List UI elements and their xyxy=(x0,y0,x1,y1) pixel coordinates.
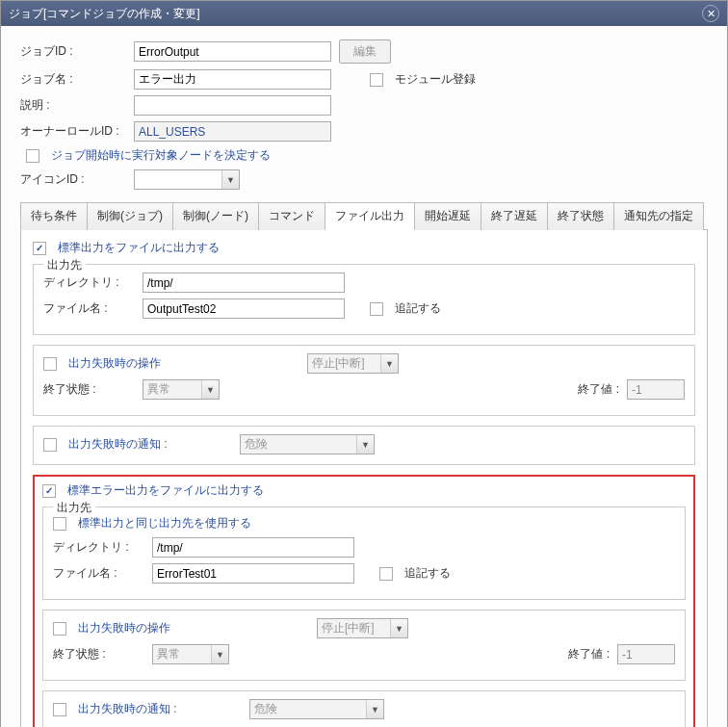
stderr-stop-select: 停止[中断] ▼ xyxy=(317,618,408,638)
tab-notify[interactable]: 通知先の指定 xyxy=(613,202,704,230)
tab-end-delay[interactable]: 終了遅延 xyxy=(481,202,548,230)
owner-input xyxy=(134,121,331,142)
stdout-onfail-checkbox[interactable] xyxy=(43,357,57,371)
stdout-severity-select: 危険 ▼ xyxy=(240,434,375,454)
module-reg-checkbox[interactable] xyxy=(370,73,383,87)
stdout-dir-label: ディレクトリ : xyxy=(43,274,135,291)
dialog: ジョブ[コマンドジョブの作成・変更] ✕ ジョブID : 編集 ジョブ名 : モ… xyxy=(0,0,728,727)
decide-node-checkbox[interactable] xyxy=(26,149,39,163)
chevron-down-icon: ▼ xyxy=(201,380,219,399)
content: ジョブID : 編集 ジョブ名 : モジュール登録 説明 : オーナーロールID… xyxy=(1,26,727,727)
stdout-onfail-label: 出力失敗時の操作 xyxy=(68,355,299,372)
stdout-notify-label: 出力失敗時の通知 : xyxy=(68,436,232,453)
tab-command[interactable]: コマンド xyxy=(258,202,325,230)
stderr-file-input[interactable] xyxy=(152,563,354,584)
stderr-severity-select: 危険 ▼ xyxy=(249,699,384,719)
owner-label: オーナーロールID : xyxy=(20,123,126,140)
stdout-endstate-select: 異常 ▼ xyxy=(143,379,220,400)
stderr-enable-label: 標準エラー出力をファイルに出力する xyxy=(67,482,264,499)
stderr-enable-checkbox[interactable] xyxy=(42,484,56,498)
stderr-fail-fieldset: 出力失敗時の操作 停止[中断] ▼ 終了状態 : 異常 ▼ 終了値 xyxy=(42,610,686,681)
stderr-file-label: ファイル名 : xyxy=(53,565,144,582)
job-id-input[interactable] xyxy=(134,41,331,62)
stderr-endstate-value: 異常 xyxy=(153,646,211,662)
stderr-append-label: 追記する xyxy=(404,565,451,582)
chevron-down-icon: ▼ xyxy=(356,435,374,454)
stdout-notify-checkbox[interactable] xyxy=(43,438,57,452)
stdout-stop-value: 停止[中断] xyxy=(308,355,380,372)
stderr-severity-value: 危険 xyxy=(250,701,366,717)
stderr-endstate-select: 異常 ▼ xyxy=(152,644,229,664)
stdout-endstate-label: 終了状態 : xyxy=(43,381,135,398)
icon-id-select[interactable]: ▼ xyxy=(134,169,240,190)
stderr-onfail-label: 出力失敗時の操作 xyxy=(78,620,309,636)
desc-label: 説明 : xyxy=(20,97,126,114)
job-name-input[interactable] xyxy=(134,69,331,90)
stderr-dir-input[interactable] xyxy=(152,537,354,558)
stderr-dest-fieldset: 出力先 標準出力と同じ出力先を使用する ディレクトリ : ファイル名 : xyxy=(42,506,686,600)
tab-control-job[interactable]: 制御(ジョブ) xyxy=(87,202,173,230)
tab-end-state[interactable]: 終了状態 xyxy=(547,202,614,230)
tabs: 待ち条件 制御(ジョブ) 制御(ノード) コマンド ファイル出力 開始遅延 終了… xyxy=(20,201,708,230)
chevron-down-icon: ▼ xyxy=(221,170,239,189)
stdout-append-checkbox[interactable] xyxy=(370,302,383,316)
module-reg-label: モジュール登録 xyxy=(395,71,476,88)
stdout-enable-checkbox[interactable] xyxy=(33,242,46,255)
stdout-endstate-value: 異常 xyxy=(143,381,201,398)
dialog-title: ジョブ[コマンドジョブの作成・変更] xyxy=(9,6,200,22)
stderr-stop-value: 停止[中断] xyxy=(318,620,390,636)
stdout-severity-value: 危険 xyxy=(241,436,356,453)
stderr-notify-fieldset: 出力失敗時の通知 : 危険 ▼ xyxy=(42,690,686,727)
stdout-endval-input xyxy=(627,379,685,400)
stderr-highlight-box: 標準エラー出力をファイルに出力する 出力先 標準出力と同じ出力先を使用する ディ… xyxy=(33,475,695,727)
stdout-stop-select: 停止[中断] ▼ xyxy=(307,353,399,374)
stderr-same-label: 標準出力と同じ出力先を使用する xyxy=(78,515,251,532)
stdout-append-label: 追記する xyxy=(395,300,441,317)
stdout-file-input[interactable] xyxy=(143,299,345,319)
titlebar: ジョブ[コマンドジョブの作成・変更] ✕ xyxy=(1,1,727,26)
decide-node-label: ジョブ開始時に実行対象ノードを決定する xyxy=(51,147,271,164)
icon-id-label: アイコンID : xyxy=(20,171,126,188)
stdout-endval-label: 終了値 : xyxy=(578,381,619,398)
stderr-onfail-checkbox[interactable] xyxy=(53,622,66,636)
stderr-notify-checkbox[interactable] xyxy=(53,703,66,716)
stdout-dir-input[interactable] xyxy=(143,273,345,293)
chevron-down-icon: ▼ xyxy=(380,354,398,373)
stdout-fail-fieldset: 出力失敗時の操作 停止[中断] ▼ 終了状態 : 異常 ▼ 終了値 : xyxy=(33,345,695,416)
stdout-file-label: ファイル名 : xyxy=(43,300,135,317)
chevron-down-icon: ▼ xyxy=(366,700,383,718)
job-name-label: ジョブ名 : xyxy=(20,71,126,88)
stderr-append-checkbox[interactable] xyxy=(379,567,393,581)
job-id-label: ジョブID : xyxy=(20,43,126,60)
chevron-down-icon: ▼ xyxy=(211,645,228,663)
tab-start-delay[interactable]: 開始遅延 xyxy=(414,202,481,230)
stderr-endval-input xyxy=(617,644,675,664)
tab-control-node[interactable]: 制御(ノード) xyxy=(172,202,259,230)
close-icon[interactable]: ✕ xyxy=(702,5,719,22)
stderr-same-checkbox[interactable] xyxy=(53,517,66,531)
stdout-enable-label: 標準出力をファイルに出力する xyxy=(58,240,220,256)
stdout-dest-legend: 出力先 xyxy=(43,257,86,273)
tab-wait[interactable]: 待ち条件 xyxy=(20,202,88,230)
chevron-down-icon: ▼ xyxy=(390,619,407,637)
stderr-dest-legend: 出力先 xyxy=(53,500,95,516)
stdout-notify-fieldset: 出力失敗時の通知 : 危険 ▼ xyxy=(33,426,695,465)
stdout-dest-fieldset: 出力先 ディレクトリ : ファイル名 : 追記する xyxy=(33,264,695,335)
desc-input[interactable] xyxy=(134,95,331,116)
tab-file-output[interactable]: ファイル出力 xyxy=(325,202,415,230)
stderr-endstate-label: 終了状態 : xyxy=(53,646,144,662)
stderr-dir-label: ディレクトリ : xyxy=(53,539,144,556)
edit-button: 編集 xyxy=(339,39,391,64)
stderr-endval-label: 終了値 : xyxy=(568,646,610,662)
tab-body: 標準出力をファイルに出力する 出力先 ディレクトリ : ファイル名 : 追記する xyxy=(20,230,708,727)
stderr-notify-label: 出力失敗時の通知 : xyxy=(78,701,242,717)
